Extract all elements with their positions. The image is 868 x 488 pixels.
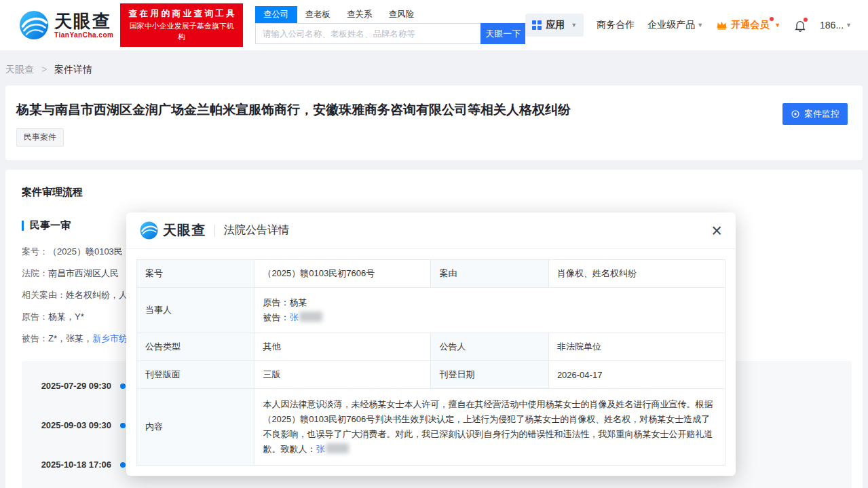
nav-business-cooperation[interactable]: 商务合作	[597, 19, 635, 31]
field-label: 原告：	[22, 312, 48, 322]
field-value: （2025）赣0103民	[48, 246, 123, 257]
plaintiff-line: 原告：杨某	[263, 295, 717, 310]
nav-open-vip[interactable]: 开通会员 ▼	[716, 19, 780, 31]
slogan-line-2: 国家中小企业发展子基金旗下机构	[126, 20, 238, 43]
account-menu[interactable]: 186... ▼	[820, 20, 852, 31]
modal-header-divider	[214, 225, 215, 237]
top-navigation: 应用 ▼ 商务合作 企业级产品 ▼ 开通会员 ▼ 186... ▼	[525, 14, 852, 37]
search-area: 查公司 查老板 查关系 查风险 天眼一下	[255, 6, 525, 44]
bell-notification-dot	[804, 18, 808, 22]
stage-accent-bar	[22, 221, 24, 231]
case-title-card: 杨某与南昌市西湖区金润广场金兰帕米宣服饰商行，安徽珠雅商务咨询有限公司等相关人格…	[5, 86, 863, 160]
announcer-label-cell: 公告人	[431, 333, 548, 361]
field-value: Z*，张某，	[48, 333, 92, 343]
parties-label-cell: 当事人	[137, 288, 254, 333]
brand-slogan-banner: 查 在 用 的 商 业 查 询 工 具 国家中小企业发展子基金旗下机构	[120, 3, 243, 47]
announcement-detail-table: 案号 （2025）赣0103民初7606号 案由 肖像权、姓名权纠纷 当事人 原…	[136, 259, 725, 466]
case-no-value-cell: （2025）赣0103民初7606号	[254, 260, 431, 288]
case-type-badge: 民事案件	[16, 128, 64, 147]
announcer-value-cell: 非法院单位	[548, 333, 725, 361]
close-icon[interactable]: ×	[711, 225, 722, 237]
type-value-cell: 其他	[254, 333, 431, 361]
open-vip-label: 开通会员	[731, 19, 769, 31]
case-monitor-label: 案件监控	[804, 108, 839, 120]
timeline-date: 2025-07-29 09:30	[22, 381, 111, 391]
tab-risk[interactable]: 查风险	[381, 6, 423, 23]
stage-label: 民事一审	[30, 219, 71, 232]
defendant-company-link[interactable]: 新乡市纺	[92, 333, 128, 343]
field-value: 杨某，Y*	[48, 312, 84, 322]
defendant-prefix: 被告：	[263, 312, 289, 322]
content-label-cell: 内容	[137, 389, 254, 466]
notifications-bell[interactable]	[793, 18, 807, 33]
modal-title: 法院公告详情	[224, 223, 289, 238]
page-value-cell: 三版	[254, 361, 431, 389]
table-row: 刊登版面 三版 刊登日期 2026-04-17	[137, 361, 725, 389]
account-phone-label: 186...	[820, 20, 844, 31]
monitor-icon	[791, 109, 800, 119]
section-title-flow: 案件审理流程	[16, 181, 852, 199]
enterprise-products-label: 企业级产品	[647, 19, 695, 31]
defendant-line: 被告：张	[263, 310, 717, 325]
search-button[interactable]: 天眼一下	[480, 23, 525, 44]
date-label-cell: 刊登日期	[431, 361, 548, 389]
field-value: 南昌市西湖区人民	[48, 268, 119, 278]
breadcrumb: 天眼查 > 案件详情	[0, 50, 868, 86]
field-value: 姓名权纠纷，人	[66, 290, 128, 300]
vip-notification-dot	[770, 17, 774, 21]
field-label: 案号：	[22, 246, 48, 257]
apps-label: 应用	[546, 19, 565, 31]
tab-boss[interactable]: 查老板	[297, 6, 339, 23]
timeline-date: 2025-10-18 17:06	[22, 459, 111, 470]
tianyancha-logo-icon	[19, 10, 49, 40]
case-no-label-cell: 案号	[137, 260, 254, 288]
page-title: 杨某与南昌市西湖区金润广场金兰帕米宣服饰商行，安徽珠雅商务咨询有限公司等相关人格…	[16, 102, 852, 119]
court-announcement-modal: 天眼查 法院公告详情 × 案号 （2025）赣0103民初7606号 案由 肖像…	[126, 212, 736, 476]
page-label-cell: 刊登版面	[137, 361, 254, 389]
search-input[interactable]	[255, 23, 480, 44]
table-row: 案号 （2025）赣0103民初7606号 案由 肖像权、姓名权纠纷	[137, 260, 725, 288]
slogan-line-1: 查 在 用 的 商 业 查 询 工 具	[126, 7, 238, 20]
breadcrumb-separator: >	[41, 64, 47, 75]
chevron-down-icon: ▼	[697, 22, 703, 29]
brand-domain: TianYanCha.com	[54, 32, 113, 39]
search-tabs: 查公司 查老板 查关系 查风险	[255, 6, 525, 23]
field-label: 法院：	[22, 268, 48, 278]
tianyancha-logo-icon	[140, 221, 158, 240]
date-value-cell: 2026-04-17	[548, 361, 725, 389]
top-bar: 天眼查 TianYanCha.com 查 在 用 的 商 业 查 询 工 具 国…	[0, 0, 868, 50]
field-label: 相关案由：	[22, 290, 66, 300]
modal-brand: 天眼查	[163, 221, 206, 240]
defendant-name-link[interactable]: 张	[289, 312, 298, 322]
type-label-cell: 公告类型	[137, 333, 254, 361]
case-monitor-button[interactable]: 案件监控	[782, 103, 848, 125]
redacted-name	[299, 312, 322, 322]
timeline-date: 2025-09-03 09:30	[22, 420, 111, 430]
apps-grid-icon	[532, 20, 542, 30]
tab-relation[interactable]: 查关系	[339, 6, 381, 23]
apps-menu[interactable]: 应用 ▼	[525, 14, 584, 37]
table-row: 内容 本人因法律意识淡薄，未经杨某女士本人许可，擅自在其经营活动中使用杨某女士的…	[137, 389, 725, 466]
chevron-down-icon: ▼	[571, 22, 577, 29]
crown-icon	[716, 20, 728, 30]
brand-name: 天眼查	[54, 12, 113, 30]
content-value-cell: 本人因法律意识淡薄，未经杨某女士本人许可，擅自在其经营活动中使用杨某女士的肖像及…	[254, 389, 725, 466]
parties-value-cell: 原告：杨某 被告：张	[254, 288, 725, 333]
timeline-dot-icon	[120, 462, 126, 468]
table-row: 公告类型 其他 公告人 非法院单位	[137, 333, 725, 361]
field-label: 被告：	[22, 333, 48, 343]
nav-enterprise-products[interactable]: 企业级产品 ▼	[647, 19, 703, 31]
cause-value-cell: 肖像权、姓名权纠纷	[548, 260, 725, 288]
redacted-name	[326, 443, 349, 453]
table-row: 当事人 原告：杨某 被告：张	[137, 288, 725, 333]
tab-company[interactable]: 查公司	[255, 6, 297, 23]
breadcrumb-current: 案件详情	[54, 64, 92, 75]
timeline-item: 2025-10-23 法院公告	[22, 485, 852, 488]
modal-header: 天眼查 法院公告详情 ×	[126, 212, 736, 249]
chevron-down-icon: ▼	[774, 22, 780, 29]
apologizer-name-link[interactable]: 张	[316, 444, 324, 454]
cause-label-cell: 案由	[431, 260, 548, 288]
chevron-down-icon: ▼	[846, 22, 852, 29]
tianyancha-logo[interactable]: 天眼查 TianYanCha.com	[19, 10, 113, 40]
breadcrumb-home[interactable]: 天眼查	[5, 64, 34, 75]
